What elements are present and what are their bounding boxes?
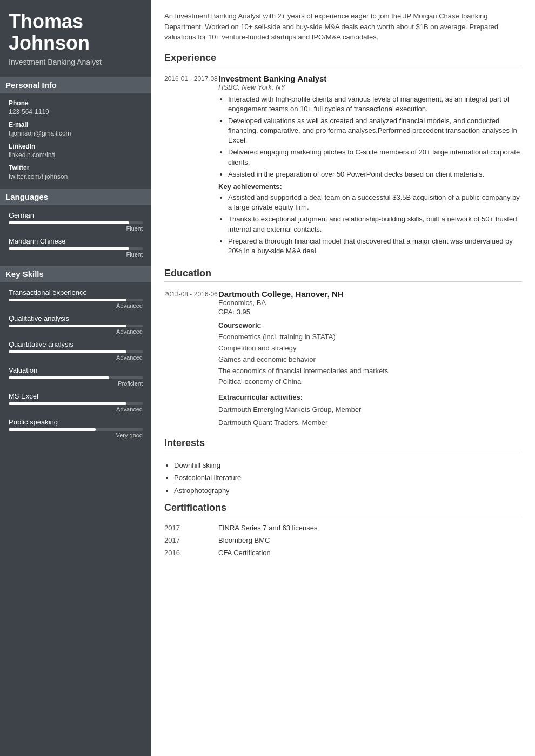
summary-text: An Investment Banking Analyst with 2+ ye… — [164, 11, 522, 43]
cert-name: Bloomberg BMC — [218, 536, 270, 544]
cert-year: 2017 — [164, 536, 218, 544]
certifications-container: 2017 FINRA Series 7 and 63 licenses 2017… — [164, 524, 522, 557]
languages-section-title: Languages — [0, 189, 151, 205]
skill-bar-bg — [9, 350, 143, 353]
bullet-item: Delivered engaging marketing pitches to … — [228, 147, 522, 167]
cert-name: FINRA Series 7 and 63 licenses — [218, 524, 318, 532]
language-item: German Fluent — [9, 211, 143, 232]
entry-date: 2016-01 - 2017-08 — [164, 74, 218, 260]
email-label: E-mail — [9, 121, 143, 129]
skill-bar-fill — [9, 325, 126, 327]
language-bar-fill — [9, 247, 129, 250]
language-item: Mandarin Chinese Fluent — [9, 237, 143, 258]
skill-level: Advanced — [9, 406, 143, 413]
education-container: 2013-08 - 2016-06 Dartmouth College, Han… — [164, 289, 522, 429]
language-name: Mandarin Chinese — [9, 237, 143, 245]
gpa: GPA: 3.95 — [218, 308, 522, 316]
achievement-item: Thanks to exceptional judgment and relat… — [228, 214, 522, 234]
skill-name: Public speaking — [9, 418, 143, 426]
coursework-label: Coursework: — [218, 321, 522, 329]
education-section-title: Education — [164, 268, 522, 282]
skill-level: Proficient — [9, 380, 143, 387]
interest-item: Downhill skiing — [174, 459, 522, 471]
languages-container: German Fluent Mandarin Chinese Fluent — [9, 211, 143, 258]
achievement-item: Prepared a thorough financial model that… — [228, 237, 522, 256]
extra-label: Extracurricular activities: — [218, 393, 522, 401]
sidebar-name: Thomas Johnson — [9, 11, 143, 53]
degree: Economics, BA — [218, 299, 522, 307]
personal-info-section-title: Personal Info — [0, 77, 151, 93]
linkedin-value: linkedin.com/in/t — [9, 151, 143, 159]
entry-content: Investment Banking Analyst HSBC, New Yor… — [218, 74, 522, 260]
skill-name: Valuation — [9, 366, 143, 374]
experience-container: 2016-01 - 2017-08 Investment Banking Ana… — [164, 74, 522, 260]
skill-bar-fill — [9, 376, 109, 379]
extra-item: Dartmouth Quant Traders, Member — [218, 416, 522, 429]
skill-bar-bg — [9, 299, 143, 301]
achievements-list: Assisted and supported a deal team on a … — [218, 193, 522, 256]
skill-bar-fill — [9, 299, 126, 301]
skill-item: Public speaking Very good — [9, 418, 143, 438]
twitter-value: twitter.com/t.johnson — [9, 173, 143, 180]
bullet-item: Developed valuations as well as created … — [228, 116, 522, 146]
linkedin-label: LinkedIn — [9, 143, 143, 150]
skill-item: MS Excel Advanced — [9, 392, 143, 413]
skill-item: Quantitative analysis Advanced — [9, 340, 143, 361]
skill-name: Transactional experience — [9, 288, 143, 296]
skill-bar-bg — [9, 428, 143, 431]
interests-list: Downhill skiingPostcolonial literatureAs… — [164, 459, 522, 497]
email-value: t.johnson@gmail.com — [9, 130, 143, 137]
phone-value: 123-564-1119 — [9, 108, 143, 116]
certifications-section-title: Certifications — [164, 502, 522, 516]
bullet-item: Interacted with high-profile clients and… — [228, 94, 522, 114]
extra-item: Dartmouth Emerging Markets Group, Member — [218, 403, 522, 416]
language-bar-bg — [9, 221, 143, 224]
sidebar: Thomas Johnson Investment Banking Analys… — [0, 0, 151, 756]
interests-container: Downhill skiingPostcolonial literatureAs… — [164, 459, 522, 497]
skill-level: Advanced — [9, 328, 143, 335]
school-name: Dartmouth College, Hanover, NH — [218, 289, 522, 299]
skill-bar-bg — [9, 402, 143, 405]
skill-item: Transactional experience Advanced — [9, 288, 143, 309]
skill-bar-fill — [9, 428, 96, 431]
skill-name: MS Excel — [9, 392, 143, 400]
skills-section-title: Key Skills — [0, 266, 151, 282]
skill-level: Advanced — [9, 302, 143, 309]
entry-title: Investment Banking Analyst — [218, 74, 522, 83]
interest-item: Postcolonial literature — [174, 471, 522, 484]
skill-bar-bg — [9, 325, 143, 327]
skill-level: Advanced — [9, 354, 143, 361]
main-content: An Investment Banking Analyst with 2+ ye… — [151, 0, 535, 756]
skill-bar-fill — [9, 350, 126, 353]
skill-bar-bg — [9, 376, 143, 379]
interest-item: Astrophotography — [174, 484, 522, 497]
language-bar-fill — [9, 221, 129, 224]
coursework-item: Econometrics (incl. training in STATA) — [218, 332, 522, 343]
coursework-item: Competition and strategy — [218, 343, 522, 354]
skill-bar-fill — [9, 402, 126, 405]
entry-subtitle: HSBC, New York, NY — [218, 83, 522, 91]
language-name: German — [9, 211, 143, 219]
cert-entry: 2017 FINRA Series 7 and 63 licenses — [164, 524, 522, 532]
skill-item: Valuation Proficient — [9, 366, 143, 387]
coursework-item: Games and economic behavior — [218, 354, 522, 366]
entry-date: 2013-08 - 2016-06 — [164, 289, 218, 429]
education-entry: 2013-08 - 2016-06 Dartmouth College, Han… — [164, 289, 522, 429]
entry-content: Dartmouth College, Hanover, NH Economics… — [218, 289, 522, 429]
achievement-item: Assisted and supported a deal team on a … — [228, 193, 522, 212]
language-level: Fluent — [9, 225, 143, 232]
cert-entry: 2016 CFA Certification — [164, 549, 522, 557]
coursework-item: The economics of financial intermediarie… — [218, 366, 522, 377]
key-achievements-label: Key achievements: — [218, 183, 522, 191]
bullets-list: Interacted with high-profile clients and… — [218, 94, 522, 180]
skill-name: Quantitative analysis — [9, 340, 143, 348]
skills-container: Transactional experience Advanced Qualit… — [9, 288, 143, 438]
coursework-item: Political economy of China — [218, 376, 522, 388]
cert-name: CFA Certification — [218, 549, 271, 557]
cert-entry: 2017 Bloomberg BMC — [164, 536, 522, 544]
phone-label: Phone — [9, 99, 143, 107]
language-bar-bg — [9, 247, 143, 250]
bullet-item: Assisted in the preparation of over 50 P… — [228, 170, 522, 179]
interests-section-title: Interests — [164, 437, 522, 451]
sidebar-job-title: Investment Banking Analyst — [9, 58, 143, 66]
